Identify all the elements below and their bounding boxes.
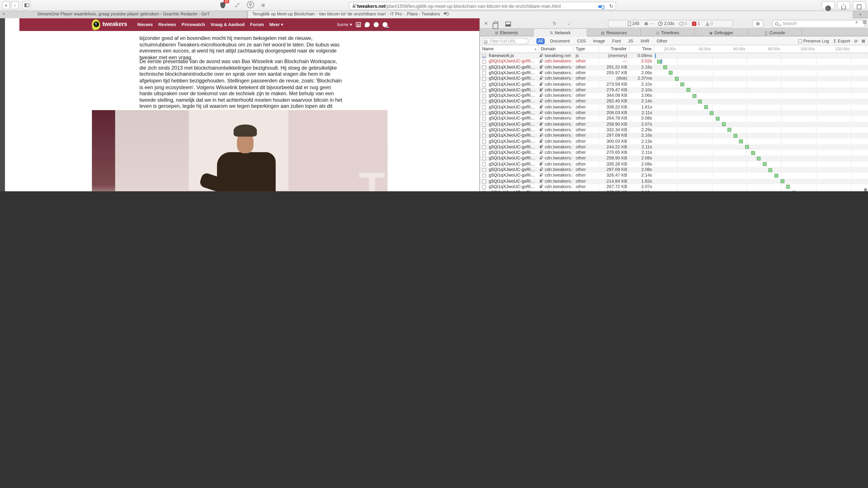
tab-audio-icon[interactable] [444,12,448,17]
request-name: g5Qi1qXJwoUC-gxRi8oDLi84... [480,190,537,191]
network-row-failed[interactable]: g5Qi1qXJwoUC-gxRi8oDLi84...cdn.tweakers.… [480,59,868,64]
network-row[interactable]: g5Qi1qXJwoUC-gxRi8oDLi84...cdn.tweakers.… [480,127,868,133]
clear-network-icon[interactable]: ⊠ [862,38,865,43]
inspector-reload-button[interactable]: ↻ [551,20,559,27]
extension-key-button[interactable]: ⚲ [247,1,254,8]
inspector-tab-console[interactable]: ∑Console [748,29,802,37]
tab-close-icon[interactable]: ✕ [2,11,5,18]
filter-type-xhr[interactable]: XHR [639,38,651,44]
network-row[interactable]: g5Qi1qXJwoUC-gxRi8oDLi84...cdn.tweakers.… [480,150,868,156]
back-button[interactable]: ‹ [2,1,10,9]
preserve-log-checkbox[interactable]: Preserve Log [798,38,829,43]
add-tab-button[interactable]: + [855,19,858,25]
inspector-tab-timelines[interactable]: ◷Timelines [641,29,694,37]
close-inspector-button[interactable]: ✕ [482,20,490,27]
user-menu[interactable]: burne ▾ [337,22,352,27]
inspector-tab-resources[interactable]: ▤Resources [587,29,641,37]
network-row[interactable]: g5Qi1qXJwoUC-gxRi8oDLi84...cdn.tweakers.… [480,76,868,82]
messages-icon[interactable] [365,22,370,27]
nav-item-pricewatch[interactable]: Pricewatch [182,22,205,27]
column-domain[interactable]: Domain [538,45,574,53]
filter-type-css[interactable]: CSS [575,38,587,44]
nav-item-reviews[interactable]: Reviews [158,22,176,27]
filter-type-js[interactable]: JS [626,38,635,44]
list-icon[interactable] [356,22,361,27]
column-name[interactable]: Name▴ [480,45,538,53]
network-row[interactable]: g5Qi1qXJwoUC-gxRi8oDLi84...cdn.tweakers.… [480,110,868,116]
waterfall-bar [734,134,737,138]
tweakers-logo[interactable]: T [91,19,101,30]
tab-streamone[interactable]: ✕ StreamOne Player waardeloos, graag you… [0,11,247,18]
inspector-tab-elements[interactable]: ⊞Elements [480,29,534,37]
reload-button[interactable]: ↻ [609,2,613,10]
new-tab-button[interactable]: + [854,11,867,18]
extension-expand-button[interactable]: ⤢ [233,1,241,9]
dock-bottom-button[interactable] [504,20,512,27]
nav-item-meer[interactable]: Meer ▾ [270,22,283,27]
inspector-search-input[interactable]: Search [772,20,865,28]
address-bar[interactable]: tweakers.net/plan/1559/terugblik-op-meet… [349,1,616,9]
request-name: g5Qi1qXJwoUC-gxRi8oDLi84... [480,167,537,173]
nav-item-nieuws[interactable]: Nieuws [137,22,153,27]
export-button[interactable]: ↥ Export [833,38,850,43]
tweakers-wordmark[interactable]: tweakers [102,21,127,27]
detach-inspector-button[interactable] [492,20,500,27]
audio-mute-button[interactable] [598,4,603,10]
inspector-download-button[interactable]: ↓ [565,20,573,27]
filter-type-all[interactable]: All [536,38,545,44]
network-row[interactable]: g5Qi1qXJwoUC-gxRi8oDLi84...cdn.tweakers.… [480,190,868,191]
browser-toolbar: ‹ › 22 ⤢ ⚲ ≡ tweakers.net/plan/1559/teru… [0,0,868,11]
inspector-tab-bar: ⊞Elements⇅Network▤Resources◷Timelines◉De… [480,29,868,37]
nav-item-forum[interactable]: Forum [250,22,264,27]
filter-type-document[interactable]: Document [548,38,571,44]
inspector-tab-network[interactable]: ⇅Network [534,29,587,37]
disable-cache-icon[interactable]: ⊘ [854,38,858,43]
network-row[interactable]: g5Qi1qXJwoUC-gxRi8oDLi84...cdn.tweakers.… [480,122,868,127]
document-file-icon [482,180,486,184]
sidebar-toggle-button[interactable] [22,1,31,9]
downloads-button[interactable]: ↓ [822,1,835,9]
request-size: 244.22 KB [599,144,627,150]
network-row[interactable]: g5Qi1qXJwoUC-gxRi8oDLi84...cdn.tweakers.… [480,173,868,178]
filter-type-other[interactable]: Other [655,38,669,44]
network-row[interactable]: g5Qi1qXJwoUC-gxRi8oDLi84...cdn.tweakers.… [480,167,868,173]
notifications-icon[interactable] [374,22,379,27]
network-row[interactable]: g5Qi1qXJwoUC-gxRi8oDLi84...cdn.tweakers.… [480,88,868,93]
filter-url-input[interactable]: Filter Full URL [482,38,529,44]
network-row[interactable]: g5Qi1qXJwoUC-gxRi8oDLi84...cdn.tweakers.… [480,82,868,87]
network-row[interactable]: jsframework.jstweakimg.netjs(memory)0.09… [480,53,868,59]
settings-gear-icon[interactable] [382,22,388,27]
network-row[interactable]: g5Qi1qXJwoUC-gxRi8oDLi84...cdn.tweakers.… [480,133,868,139]
tab-terugblik-active[interactable]: Terugblik op Meet-up Blockchain - Van bi… [248,11,852,18]
filter-type-image[interactable]: Image [591,38,607,44]
element-picker-button[interactable]: ⊕ [752,20,764,28]
network-row[interactable]: g5Qi1qXJwoUC-gxRi8oDLi84...cdn.tweakers.… [480,161,868,167]
resource-status-cluster[interactable]: 245 — 2.03s 0 !1 0 [608,20,733,28]
inspector-settings-gear-icon[interactable]: ⚙ [862,19,867,25]
network-row[interactable]: g5Qi1qXJwoUC-gxRi8oDLi84...cdn.tweakers.… [480,184,868,190]
network-row[interactable]: g5Qi1qXJwoUC-gxRi8oDLi84...cdn.tweakers.… [480,178,868,184]
network-row[interactable]: g5Qi1qXJwoUC-gxRi8oDLi84...cdn.tweakers.… [480,144,868,150]
network-row[interactable]: g5Qi1qXJwoUC-gxRi8oDLi84...cdn.tweakers.… [480,70,868,76]
tab-overview-button[interactable] [852,1,866,9]
filter-type-font[interactable]: Font [611,38,623,44]
network-row[interactable]: g5Qi1qXJwoUC-gxRi8oDLi84...cdn.tweakers.… [480,156,868,161]
nav-item-vraag-aanbod[interactable]: Vraag & Aanbod [211,22,245,27]
network-row[interactable]: g5Qi1qXJwoUC-gxRi8oDLi84...cdn.tweakers.… [480,116,868,122]
network-row[interactable]: g5Qi1qXJwoUC-gxRi8oDLi84...cdn.tweakers.… [480,139,868,144]
column-transfer-size[interactable]: Transfer Size [599,45,629,53]
network-row[interactable]: g5Qi1qXJwoUC-gxRi8oDLi84...cdn.tweakers.… [480,93,868,99]
network-row[interactable]: g5Qi1qXJwoUC-gxRi8oDLi84...cdn.tweakers.… [480,64,868,70]
forward-button[interactable]: › [11,1,19,9]
network-row[interactable]: g5Qi1qXJwoUC-gxRi8oDLi84...cdn.tweakers.… [480,99,868,104]
extension-menu-button[interactable]: ≡ [259,1,267,9]
column-type[interactable]: Type [574,45,599,53]
share-button[interactable] [837,1,850,9]
site-nav: NieuwsReviewsPricewatchVraag & AanbodFor… [137,18,283,31]
inspector-scrollbar-thumb[interactable] [864,188,867,191]
error-count: 1 [698,21,700,26]
inspector-tab-debugger[interactable]: ◉Debugger [695,29,748,37]
request-type: other [574,110,598,116]
network-row[interactable]: g5Qi1qXJwoUC-gxRi8oDLi84...cdn.tweakers.… [480,104,868,110]
adblock-extension-button[interactable]: 22 [219,1,227,9]
